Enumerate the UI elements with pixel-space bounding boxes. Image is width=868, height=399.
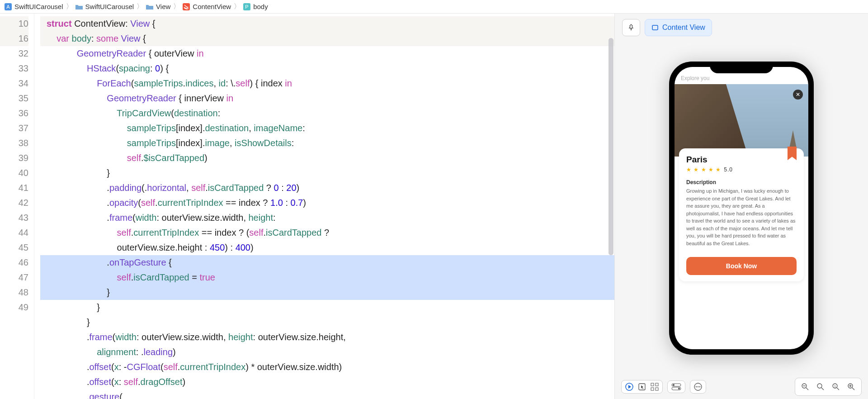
hero-image: ✕ [675, 84, 808, 157]
fold-ribbon [34, 14, 40, 399]
crumb-1[interactable]: SwiftUICarousel [85, 3, 134, 10]
book-now-button[interactable]: Book Now [686, 257, 797, 275]
preview-target-button[interactable]: Content View [645, 19, 712, 36]
chevron-right-icon: 〉 [137, 2, 143, 11]
chevron-right-icon: 〉 [234, 2, 241, 11]
pin-icon [627, 24, 635, 31]
code-area[interactable]: struct ContentView: View { var body: som… [40, 14, 614, 399]
selectable-icon[interactable] [638, 383, 646, 391]
trip-title: Paris [686, 155, 797, 165]
canvas-controls[interactable] [621, 380, 663, 394]
chevron-right-icon: 〉 [173, 2, 180, 11]
svg-rect-10 [651, 388, 654, 390]
description-body: Growing up in Michigan, I was lucky enou… [686, 187, 797, 247]
play-icon[interactable] [625, 383, 633, 391]
preview-options-button[interactable] [690, 380, 706, 394]
container-icon [651, 24, 659, 31]
pin-button[interactable] [622, 19, 640, 36]
preview-target-label: Content View [662, 24, 705, 32]
device-settings-button[interactable] [667, 380, 685, 393]
svg-rect-8 [651, 383, 654, 386]
svg-text:P: P [245, 4, 248, 10]
crumb-3[interactable]: ContentView [193, 3, 231, 10]
iphone-frame: Explore you ✕ Paris ★ ★ ★ ★ ★5.0 Descrip… [669, 62, 814, 355]
toggles-icon [671, 383, 681, 390]
svg-rect-5 [652, 25, 658, 30]
property-icon: P [243, 3, 250, 10]
line-gutter: 1016323334353637383940414243444546474849 [0, 14, 34, 399]
close-icon[interactable]: ✕ [793, 90, 803, 100]
svg-line-24 [821, 388, 824, 390]
svg-point-15 [678, 388, 680, 390]
iphone-notch [710, 62, 773, 73]
description-heading: Description [686, 179, 797, 185]
zoom-in-button[interactable] [845, 380, 858, 393]
app-screen[interactable]: Explore you ✕ Paris ★ ★ ★ ★ ★5.0 Descrip… [675, 67, 808, 349]
app-icon: A [5, 3, 12, 10]
vertical-scrollbar[interactable] [609, 38, 613, 255]
crumb-4[interactable]: body [253, 3, 268, 10]
zoom-actual-button[interactable]: 1 [830, 380, 842, 393]
crumb-0[interactable]: SwiftUICarousel [14, 3, 63, 10]
variants-icon[interactable] [651, 383, 659, 391]
svg-point-18 [698, 386, 698, 387]
swift-icon [183, 3, 190, 10]
ellipsis-circle-icon [694, 383, 702, 391]
preview-toolbar: 1 [615, 375, 868, 399]
zoom-out-button[interactable] [799, 380, 811, 393]
svg-line-29 [852, 388, 854, 390]
crumb-2[interactable]: View [156, 3, 170, 10]
svg-point-19 [699, 386, 700, 387]
code-editor[interactable]: 1016323334353637383940414243444546474849… [0, 14, 615, 399]
svg-line-26 [837, 388, 839, 390]
folder-icon [75, 3, 83, 10]
svg-point-23 [817, 384, 822, 388]
folder-icon [146, 3, 153, 10]
zoom-fit-button[interactable] [814, 380, 827, 393]
breadcrumb: A SwiftUICarousel 〉 SwiftUICarousel 〉 Vi… [0, 0, 868, 14]
svg-rect-11 [656, 388, 658, 390]
rating-stars: ★ ★ ★ ★ ★5.0 [686, 166, 797, 173]
svg-point-13 [673, 384, 675, 386]
svg-text:1: 1 [834, 385, 836, 388]
trip-card: Paris ★ ★ ★ ★ ★5.0 Description Growing u… [679, 148, 804, 281]
svg-rect-9 [656, 383, 658, 386]
svg-line-21 [806, 388, 808, 390]
preview-panel: Content View Explore you ✕ Paris ★ ★ ★ ★… [615, 14, 868, 399]
svg-point-17 [696, 386, 697, 387]
chevron-right-icon: 〉 [66, 2, 73, 11]
svg-text:A: A [6, 4, 10, 10]
rating-value: 5.0 [724, 166, 733, 173]
zoom-controls: 1 [795, 378, 862, 396]
